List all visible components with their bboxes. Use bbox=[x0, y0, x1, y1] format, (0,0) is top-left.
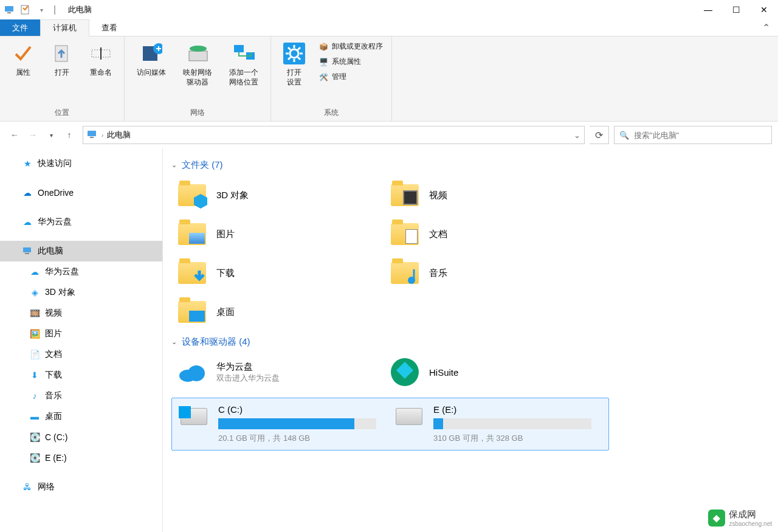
drive-icon bbox=[178, 404, 210, 429]
cloud-icon bbox=[176, 356, 208, 388]
navigation-pane: ★快速访问 ☁OneDrive ☁华为云盘 此电脑 ☁华为云盘 ◈3D 对象 🎞… bbox=[0, 148, 163, 532]
folder-desktop[interactable]: 桌面 bbox=[171, 292, 384, 331]
rename-icon bbox=[90, 43, 112, 64]
drive-hisuite[interactable]: HiSuite bbox=[384, 353, 597, 392]
nav-quick-access[interactable]: ★快速访问 bbox=[0, 153, 162, 174]
back-button[interactable]: ← bbox=[6, 126, 23, 143]
cloud-icon: ☁ bbox=[22, 216, 33, 227]
map-drive-button[interactable]: 映射网络 驱动器 bbox=[174, 39, 221, 108]
access-media-button[interactable]: 访问媒体 bbox=[128, 39, 174, 108]
properties-qat-icon[interactable] bbox=[19, 4, 32, 16]
picture-icon: 🖼️ bbox=[29, 328, 40, 339]
drive-icon bbox=[393, 404, 425, 429]
svg-point-9 bbox=[190, 46, 207, 52]
tab-file[interactable]: 文件 bbox=[0, 19, 40, 36]
nav-sub-pictures[interactable]: 🖼️图片 bbox=[0, 323, 162, 344]
title-bar: ▾ | 此电脑 — ☐ ✕ bbox=[0, 0, 778, 19]
nav-onedrive[interactable]: ☁OneDrive bbox=[0, 182, 162, 203]
nav-network[interactable]: 🖧网络 bbox=[0, 477, 162, 497]
drive-icon: 💽 bbox=[29, 452, 40, 463]
svg-rect-22 bbox=[88, 131, 96, 136]
folder-3d-objects[interactable]: 3D 对象 bbox=[171, 176, 384, 215]
search-icon: 🔍 bbox=[619, 131, 629, 140]
content-pane: ⌄文件夹 (7) 3D 对象 视频 图片 文档 下载 音乐 桌面 ⌄设备和驱动器… bbox=[163, 148, 778, 532]
nav-sub-c-drive[interactable]: 💽C (C:) bbox=[0, 427, 162, 447]
network-icon: 🖧 bbox=[22, 482, 33, 492]
up-button[interactable]: ↑ bbox=[61, 126, 78, 143]
system-properties-button[interactable]: 🖥️系统属性 bbox=[318, 57, 383, 67]
nav-sub-desktop[interactable]: ▬桌面 bbox=[0, 406, 162, 427]
forward-button[interactable]: → bbox=[24, 126, 41, 143]
nav-this-pc[interactable]: 此电脑 bbox=[0, 241, 162, 261]
recent-locations-button[interactable]: ▾ bbox=[43, 126, 60, 143]
group-header-folders[interactable]: ⌄文件夹 (7) bbox=[171, 154, 769, 176]
rename-button[interactable]: 重命名 bbox=[81, 39, 120, 108]
drive-c[interactable]: C (C:) 20.1 GB 可用，共 148 GB bbox=[178, 404, 387, 444]
qat-divider: | bbox=[53, 4, 56, 15]
film-icon: 🎞️ bbox=[29, 308, 40, 319]
nav-sub-huawei[interactable]: ☁华为云盘 bbox=[0, 261, 162, 282]
folder-music[interactable]: 音乐 bbox=[384, 254, 597, 292]
uninstall-programs-button[interactable]: 📦卸载或更改程序 bbox=[318, 41, 383, 52]
group-header-drives[interactable]: ⌄设备和驱动器 (4) bbox=[171, 331, 769, 353]
add-network-location-button[interactable]: 添加一个 网络位置 bbox=[221, 39, 267, 108]
search-input[interactable] bbox=[634, 131, 766, 140]
folder-downloads[interactable]: 下载 bbox=[171, 254, 384, 292]
chevron-down-icon: ⌄ bbox=[171, 338, 177, 346]
folder-videos[interactable]: 视频 bbox=[384, 176, 597, 215]
pc-icon bbox=[22, 246, 33, 257]
nav-sub-e-drive[interactable]: 💽E (E:) bbox=[0, 447, 162, 468]
open-settings-button[interactable]: 打开 设置 bbox=[275, 39, 314, 108]
close-button[interactable]: ✕ bbox=[750, 0, 778, 19]
ribbon-group-network: 访问媒体 映射网络 驱动器 添加一个 网络位置 网络 bbox=[125, 36, 271, 121]
refresh-button[interactable]: ⟳ bbox=[590, 126, 609, 144]
tools-icon: 🛠️ bbox=[318, 72, 328, 82]
chevron-right-icon[interactable]: › bbox=[102, 132, 103, 139]
minimize-button[interactable]: — bbox=[694, 0, 722, 19]
breadcrumb-this-pc[interactable]: 此电脑 bbox=[107, 130, 131, 140]
monitor-icon: 🖥️ bbox=[318, 57, 328, 67]
collapse-ribbon-button[interactable]: ⌃ bbox=[754, 19, 778, 36]
folder-icon bbox=[176, 218, 208, 250]
folder-icon bbox=[389, 218, 421, 250]
svg-point-29 bbox=[188, 365, 205, 381]
open-button[interactable]: 打开 bbox=[43, 39, 81, 108]
qat-dropdown-icon[interactable]: ▾ bbox=[35, 4, 47, 16]
nav-huawei-cloud[interactable]: ☁华为云盘 bbox=[0, 212, 162, 232]
address-dropdown-icon[interactable]: ⌄ bbox=[574, 131, 580, 140]
svg-rect-23 bbox=[90, 137, 94, 138]
usage-bar-e bbox=[433, 418, 591, 429]
cloud-icon: ☁ bbox=[29, 266, 40, 277]
chevron-down-icon: ⌄ bbox=[171, 161, 177, 169]
nav-sub-music[interactable]: ♪音乐 bbox=[0, 385, 162, 406]
group-label-system: 系统 bbox=[275, 108, 388, 120]
music-icon: ♪ bbox=[29, 390, 40, 401]
svg-rect-1 bbox=[7, 12, 11, 13]
properties-button[interactable]: 属性 bbox=[4, 39, 43, 108]
pc-icon bbox=[4, 4, 16, 16]
manage-button[interactable]: 🛠️管理 bbox=[318, 72, 383, 82]
svg-rect-24 bbox=[23, 247, 31, 252]
maximize-button[interactable]: ☐ bbox=[722, 0, 750, 19]
folder-documents[interactable]: 文档 bbox=[384, 215, 597, 254]
nav-sub-3d[interactable]: ◈3D 对象 bbox=[0, 282, 162, 303]
nav-sub-video[interactable]: 🎞️视频 bbox=[0, 303, 162, 323]
folder-pictures[interactable]: 图片 bbox=[171, 215, 384, 254]
drive-e[interactable]: E (E:) 310 GB 可用，共 328 GB bbox=[393, 404, 602, 444]
ribbon: 属性 打开 重命名 位置 访问媒体 映射网络 驱动器 bbox=[0, 36, 778, 122]
folder-icon bbox=[176, 179, 208, 211]
drive-huawei-cloud[interactable]: 华为云盘双击进入华为云盘 bbox=[171, 353, 384, 392]
star-icon: ★ bbox=[22, 158, 33, 169]
tab-computer[interactable]: 计算机 bbox=[40, 19, 89, 36]
svg-rect-10 bbox=[234, 45, 244, 52]
open-icon bbox=[51, 43, 73, 64]
nav-sub-documents[interactable]: 📄文档 bbox=[0, 344, 162, 365]
group-label-network: 网络 bbox=[128, 108, 267, 120]
nav-sub-downloads[interactable]: ⬇下载 bbox=[0, 365, 162, 385]
address-bar[interactable]: › 此电脑 ⌄ bbox=[83, 126, 585, 144]
search-box[interactable]: 🔍 bbox=[614, 126, 772, 144]
gear-icon bbox=[283, 43, 305, 64]
tab-view[interactable]: 查看 bbox=[89, 19, 129, 36]
ribbon-tabs: 文件 计算机 查看 ⌃ bbox=[0, 19, 778, 36]
shield-icon: ◆ bbox=[708, 510, 725, 527]
